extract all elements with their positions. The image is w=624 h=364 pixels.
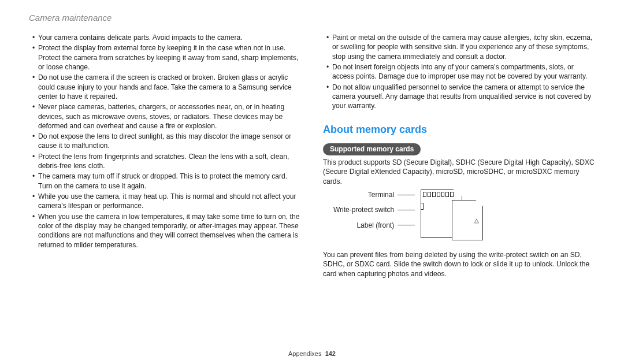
bullet-item: Protect the lens from fingerprints and s… <box>32 152 301 171</box>
sd-card-diagram: Terminal Write-protect switch Label (fro… <box>333 190 595 244</box>
bullet-item: The camera may turn off if struck or dro… <box>32 172 301 191</box>
left-column: Your camera contains delicate parts. Avo… <box>29 33 301 282</box>
sd-card-illustration: △ <box>421 190 502 244</box>
diagram-label-front: Label (front) <box>333 221 415 229</box>
memory-footer-paragraph: You can prevent files from being deleted… <box>323 250 595 278</box>
page-number: 142 <box>325 350 336 357</box>
footer-section: Appendixes <box>288 350 322 357</box>
diagram-label-wp: Write-protect switch <box>333 206 415 214</box>
right-column: Paint or metal on the outside of the cam… <box>323 33 595 282</box>
left-bullet-list: Your camera contains delicate parts. Avo… <box>29 33 301 250</box>
memory-intro-paragraph: This product supports SD (Secure Digital… <box>323 158 595 186</box>
page-header: Camera maintenance <box>29 13 595 23</box>
content-columns: Your camera contains delicate parts. Avo… <box>29 33 595 282</box>
bullet-item: Do not insert foreign objects into any o… <box>326 62 595 81</box>
page-root: Camera maintenance Your camera contains … <box>0 0 624 364</box>
subsection-pill-supported: Supported memory cards <box>323 143 421 155</box>
leader-line <box>398 210 415 210</box>
label-text: Write-protect switch <box>333 206 394 214</box>
right-bullet-list: Paint or metal on the outside of the cam… <box>323 33 595 111</box>
leader-line <box>398 195 415 195</box>
arrow-up-icon: △ <box>474 217 479 225</box>
bullet-item: While you use the camera, it may heat up… <box>32 192 301 211</box>
bullet-item: Your camera contains delicate parts. Avo… <box>32 33 301 42</box>
label-text: Terminal <box>368 191 394 199</box>
bullet-item: When you use the camera in low temperatu… <box>32 212 301 250</box>
diagram-label-terminal: Terminal <box>333 191 415 199</box>
leader-line <box>398 225 415 225</box>
diagram-labels: Terminal Write-protect switch Label (fro… <box>333 190 415 229</box>
bullet-item: Never place cameras, batteries, chargers… <box>32 102 301 131</box>
bullet-item: Do not use the camera if the screen is c… <box>32 73 301 101</box>
section-title-memory: About memory cards <box>323 122 595 136</box>
bullet-item: Protect the display from external force … <box>32 43 301 72</box>
bullet-item: Do not allow unqualified personnel to se… <box>326 83 595 111</box>
bullet-item: Do not expose the lens to direct sunligh… <box>32 132 301 151</box>
sd-contacts-icon <box>423 192 454 197</box>
page-footer: Appendixes 142 <box>0 350 624 357</box>
bullet-item: Paint or metal on the outside of the cam… <box>326 33 595 61</box>
write-protect-switch-icon <box>421 203 424 210</box>
label-text: Label (front) <box>356 221 394 229</box>
sd-card-front-icon: △ <box>452 200 483 240</box>
